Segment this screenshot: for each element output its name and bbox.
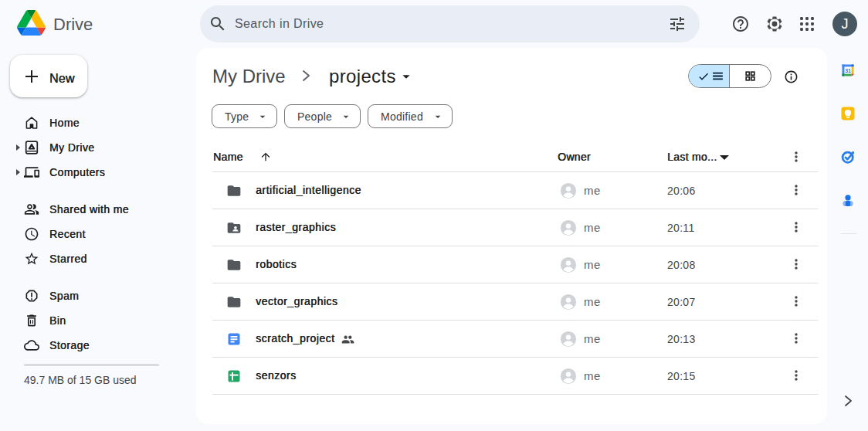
svg-text:31: 31 [845,68,851,73]
